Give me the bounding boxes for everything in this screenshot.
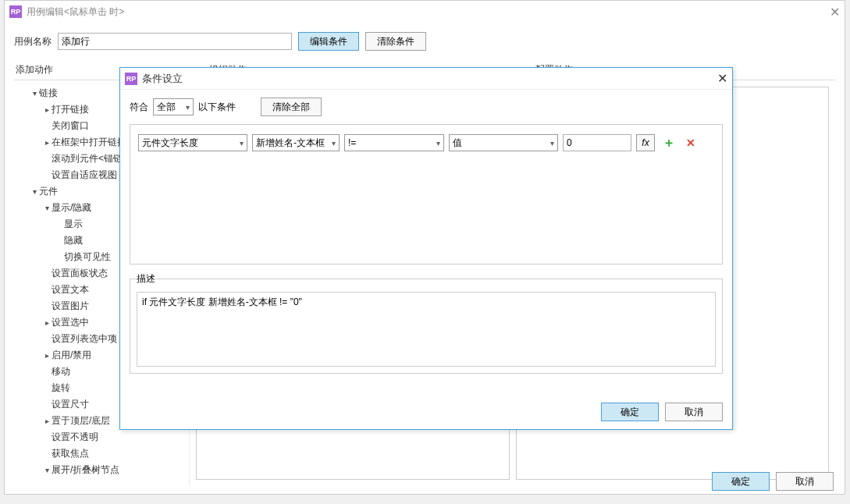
match-label-suffix: 以下条件: [198, 101, 236, 114]
condition-widget-select[interactable]: 新增姓名-文本框▾: [252, 134, 340, 151]
case-name-label: 用例名称: [14, 35, 52, 48]
outer-title-text: 用例编辑<鼠标单击 时>: [27, 5, 124, 19]
condition-property-select[interactable]: 元件文字长度▾: [138, 134, 247, 151]
edit-condition-button[interactable]: 编辑条件: [298, 32, 359, 51]
condition-builder-dialog: RP 条件设立 ✕ 符合 全部▾ 以下条件 清除全部 元件文字长度▾ 新增姓名-…: [119, 67, 733, 430]
inner-title-text: 条件设立: [142, 72, 183, 86]
outer-cancel-button[interactable]: 取消: [776, 472, 834, 491]
clear-all-button[interactable]: 清除全部: [261, 98, 322, 116]
condition-rows-fieldset: 元件文字长度▾ 新增姓名-文本框▾ !=▾ 值▾ fx ＋ ✕: [130, 124, 723, 264]
fx-button[interactable]: fx: [636, 134, 655, 151]
tree-item-set-opacity[interactable]: 设置不透明: [14, 429, 189, 445]
match-label-prefix: 符合: [130, 101, 148, 114]
description-legend: 描述: [137, 272, 155, 286]
chevron-down-icon: ▾: [550, 139, 554, 147]
chevron-down-icon: ▾: [436, 139, 440, 147]
delete-row-icon[interactable]: ✕: [683, 137, 699, 149]
chevron-down-icon: ▾: [240, 139, 244, 147]
inner-ok-button[interactable]: 确定: [601, 403, 659, 421]
tab-add-action[interactable]: 添加动作: [16, 63, 53, 76]
inner-close-icon[interactable]: ✕: [717, 71, 727, 86]
app-logo-icon: RP: [9, 5, 22, 18]
description-fieldset: 描述 if 元件文字长度 新增姓名-文本框 != "0": [130, 272, 723, 374]
condition-row: 元件文字长度▾ 新增姓名-文本框▾ !=▾ 值▾ fx ＋ ✕: [138, 134, 714, 151]
inner-logo-icon: RP: [125, 73, 137, 85]
outer-ok-button[interactable]: 确定: [712, 472, 770, 491]
description-textarea[interactable]: if 元件文字长度 新增姓名-文本框 != "0": [137, 292, 716, 367]
add-row-icon[interactable]: ＋: [660, 135, 678, 151]
tree-item-expand-collapse[interactable]: ▾展开/折叠树节点: [14, 462, 189, 478]
match-mode-select[interactable]: 全部▾: [153, 98, 194, 115]
outer-titlebar: RP 用例编辑<鼠标单击 时> ✕: [5, 1, 845, 23]
outer-close-icon[interactable]: ✕: [830, 5, 840, 20]
chevron-down-icon: ▾: [332, 139, 336, 147]
condition-operator-select[interactable]: !=▾: [344, 134, 444, 151]
inner-titlebar: RP 条件设立 ✕: [120, 68, 732, 90]
clear-condition-button[interactable]: 清除条件: [365, 32, 426, 51]
tree-item-get-focus[interactable]: 获取焦点: [14, 445, 189, 462]
inner-cancel-button[interactable]: 取消: [665, 403, 723, 421]
chevron-down-icon: ▾: [186, 103, 190, 112]
condition-value-input[interactable]: [563, 134, 631, 151]
case-name-input[interactable]: [58, 33, 292, 50]
condition-valuetype-select[interactable]: 值▾: [449, 134, 558, 151]
